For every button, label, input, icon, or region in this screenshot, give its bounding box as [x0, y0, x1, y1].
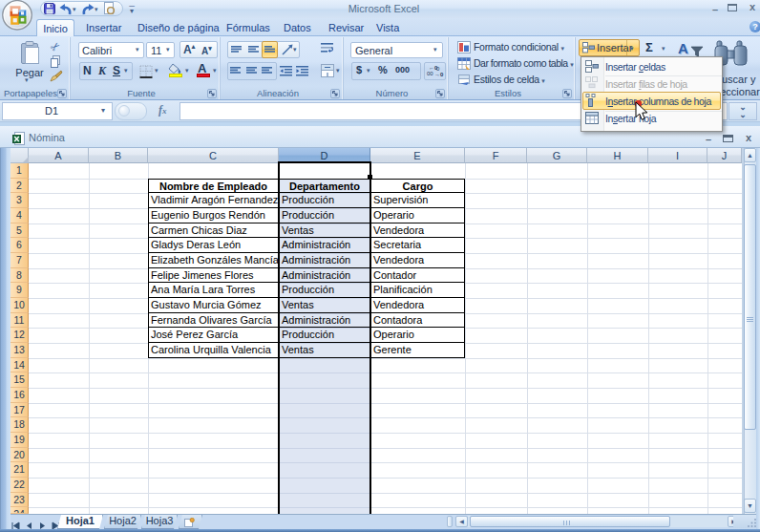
- svg-text:→0: →0: [434, 72, 444, 77]
- svg-text:00: 00: [427, 71, 433, 76]
